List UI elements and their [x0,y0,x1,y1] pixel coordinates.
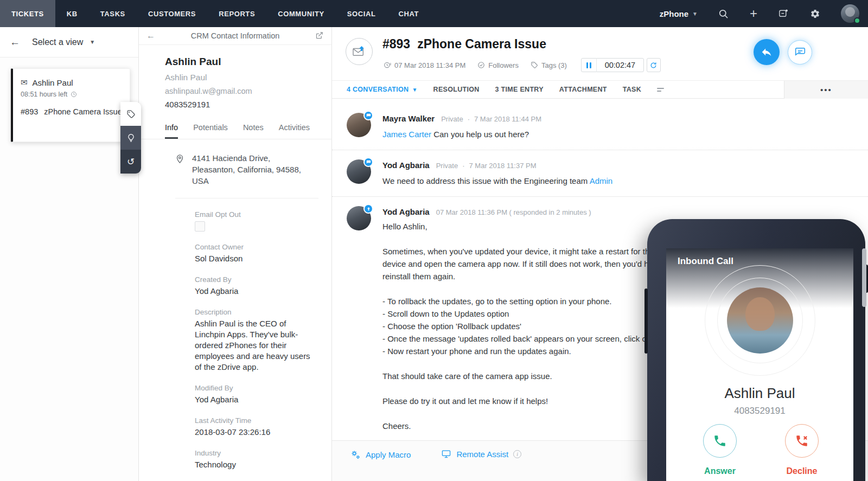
message-author: Mayra Walker [382,114,435,123]
ticket-subject: zPhone Camera Issue [417,37,546,52]
chevron-down-icon: ▼ [692,11,698,17]
ticket-card-subject: zPhone Camera Issue [44,107,122,116]
crm-tab-info[interactable]: Info [165,119,178,139]
nav-tab-customers[interactable]: CUSTOMERS [137,0,207,27]
comment-button[interactable] [788,40,812,65]
contact-email[interactable]: ashlinpaul.w@gmail.com [165,87,331,95]
decline-label: Decline [785,466,819,476]
phone-volume-button [644,288,648,354]
avatar [347,159,371,184]
message-time: 07 Mar 2018 11:36 PM ( responded in 2 mi… [436,208,591,216]
softphone-overlay: Inbound Call Ashlin Paul 4083529191 Answ… [647,219,865,481]
view-chevron-down-icon[interactable]: ▼ [90,39,95,45]
mention-link[interactable]: James Carter [382,130,431,139]
page-scrollbar[interactable] [862,248,866,307]
email-channel-icon: ✉ [21,78,28,87]
settings-gear-icon[interactable] [809,8,820,19]
crm-tab-potentials[interactable]: Potentials [193,119,228,139]
inbound-call-label: Inbound Call [666,248,853,267]
message-text: Can you help us out here? [431,130,529,139]
back-arrow-icon[interactable]: ← [10,36,20,48]
answer-label: Answer [703,466,737,476]
crm-tab-notes[interactable]: Notes [243,119,264,139]
mention-link[interactable]: Admin [590,176,613,185]
contact-alt-name: Ashlin Paul [165,73,331,82]
caller-name: Ashlin Paul [666,385,853,402]
nav-tab-tickets[interactable]: TICKETS [0,0,55,27]
online-status-dot [854,17,860,24]
nav-tab-chat[interactable]: CHAT [387,0,430,27]
macro-gears-icon [350,450,361,460]
monitor-icon [441,450,451,459]
clock-icon [384,61,391,69]
add-new-icon[interactable]: + [750,8,757,19]
field-email-opt-out: Email Opt Out [195,210,318,232]
message-body: Hello Ashlin, Sometimes, when you've upd… [382,220,658,432]
email-opt-out-checkbox[interactable] [195,221,205,232]
tab-resolution[interactable]: RESOLUTION [433,86,480,93]
timer-reset-icon[interactable] [647,58,661,72]
chevron-down-icon: ▼ [412,87,417,93]
field-modified-by: Modified By Yod Agbaria [195,384,318,405]
crm-contact-panel: ← CRM Contact Information Ashlin Paul As… [138,27,332,481]
view-selector: ← Select a view ▼ [0,27,138,57]
ticket-title: #893 zPhone Camera Issue [382,37,546,52]
message-divider [332,196,868,197]
nav-tab-community[interactable]: COMMUNITY [266,0,336,27]
tag-icon [531,61,538,69]
remote-assist-button[interactable]: Remote Assist i [441,450,521,459]
message-divider [332,150,868,150]
ticket-list-item[interactable]: ✉ Ashlin Paul 08:51 hours left #893 zPho… [11,68,130,142]
field-industry: Industry Technology [195,449,318,470]
message-item: Yod Agbaria Private · 7 Mar 2018 11:37 P… [347,159,868,187]
followers-button[interactable]: Followers [477,61,519,69]
contact-address: 4141 Hacienda Drive, Pleasanton, Califor… [192,152,312,187]
search-icon[interactable] [718,8,729,19]
private-comment-badge-icon [363,157,373,167]
message-privacy: Private [436,162,458,170]
message-time: 7 Mar 2018 11:37 PM [469,162,537,170]
tab-task[interactable]: TASK [623,86,641,93]
contact-phone[interactable]: 4083529191 [165,100,331,109]
decline-call-button[interactable] [785,424,819,458]
avatar [347,113,371,137]
nav-tab-social[interactable]: SOCIAL [336,0,387,27]
answer-call-button[interactable] [703,424,737,458]
reply-button[interactable] [754,39,780,65]
history-icon[interactable]: ↺ [120,150,141,174]
message-time: 7 Mar 2018 11:44 PM [474,115,541,123]
info-icon: i [513,450,521,458]
user-avatar[interactable] [841,4,859,23]
timer-pause-button[interactable] [582,58,597,72]
apply-macro-button[interactable]: Apply Macro [350,450,411,460]
open-external-icon[interactable] [315,31,324,40]
message-author: Yod Agbaria [382,161,430,170]
phone-screen: Inbound Call Ashlin Paul 4083529191 Answ… [666,248,853,481]
ticket-id: #893 [382,37,410,52]
more-options-button[interactable]: ••• [784,81,868,99]
crm-tab-activities[interactable]: Activities [279,119,310,139]
department-selector[interactable]: zPhone ▼ [660,9,698,18]
caller-avatar [727,287,793,354]
timer-value: 00:02:47 [597,61,643,69]
ticket-tabbar: 4 CONVERSATION ▼ RESOLUTION 3 TIME ENTRY… [332,80,868,99]
ticket-created-time: 07 Mar 2018 11:34 PM [384,61,465,69]
tab-attachment[interactable]: ATTACHMENT [559,86,607,93]
message-item: Mayra Walker Private · 7 Mar 2018 11:44 … [347,113,868,140]
tab-conversation[interactable]: 4 CONVERSATION ▼ [347,86,418,93]
nav-tab-kb[interactable]: KB [55,0,89,27]
tags-button[interactable]: Tags (3) [531,61,567,69]
notifications-icon[interactable] [778,8,789,19]
tab-time-entry[interactable]: 3 TIME ENTRY [495,86,544,93]
message-text: We need to address this issue with the E… [382,176,590,185]
nav-right-group: zPhone ▼ + [639,0,868,27]
tags-tool-icon[interactable] [120,102,141,126]
message-privacy: Private [441,115,463,123]
suggestions-bulb-icon[interactable] [120,126,141,150]
nav-tab-tasks[interactable]: TASKS [89,0,137,27]
nav-tab-reports[interactable]: REPORTS [207,0,266,27]
crm-back-arrow-icon[interactable]: ← [146,31,155,41]
field-created-by: Created By Yod Agbaria [195,275,318,297]
top-nav: TICKETS KB TASKS CUSTOMERS REPORTS COMMU… [0,0,868,27]
filter-icon[interactable] [657,88,664,92]
